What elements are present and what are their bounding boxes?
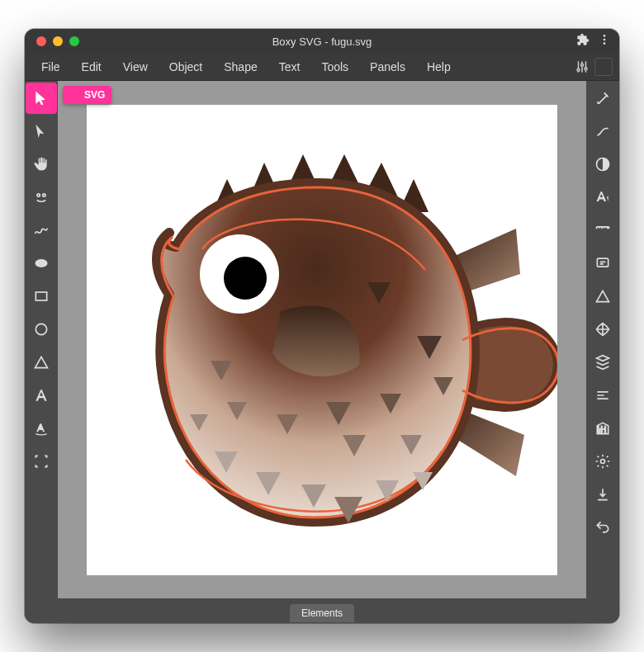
close-window-button[interactable]	[36, 36, 46, 46]
ellipse-tool[interactable]	[26, 314, 57, 345]
svg-rect-6	[36, 292, 46, 300]
svg-point-5	[36, 259, 48, 267]
settings-sliders-icon[interactable]	[571, 56, 593, 78]
export-panel-icon[interactable]	[587, 479, 618, 510]
menu-shape[interactable]: Shape	[214, 56, 267, 78]
library-panel-icon[interactable]	[587, 413, 618, 444]
view-tool[interactable]	[26, 446, 57, 477]
menu-object[interactable]: Object	[159, 56, 212, 78]
svg-point-0	[604, 35, 606, 37]
right-panel-column	[586, 81, 619, 598]
path-panel-icon[interactable]	[587, 281, 618, 312]
blob-tool[interactable]	[26, 248, 57, 279]
svg-rect-14	[604, 426, 607, 434]
extension-icon[interactable]	[576, 33, 590, 50]
compositing-panel-icon[interactable]	[587, 149, 618, 180]
svg-rect-12	[597, 426, 599, 434]
fugu-graphic[interactable]	[87, 105, 557, 575]
generators-panel-icon[interactable]	[587, 446, 618, 477]
menu-file[interactable]: File	[31, 56, 70, 78]
pan-tool[interactable]	[26, 149, 57, 180]
color-swatch[interactable]	[594, 58, 613, 76]
history-panel-icon[interactable]	[587, 512, 618, 543]
shape-face-tool[interactable]	[26, 182, 57, 213]
svg-point-9	[224, 257, 267, 300]
svg-point-15	[601, 460, 605, 464]
svg-point-1	[604, 39, 606, 41]
minimize-window-button[interactable]	[53, 36, 63, 46]
fill-panel-icon[interactable]	[587, 83, 618, 114]
menu-view[interactable]: View	[113, 56, 158, 78]
footer: Elements	[25, 598, 619, 623]
svg-point-7	[36, 324, 46, 334]
left-tool-column	[25, 81, 58, 598]
stroke-panel-icon[interactable]	[587, 116, 618, 147]
text-tool[interactable]	[26, 380, 57, 411]
asterisk-icon	[69, 90, 80, 101]
menu-help[interactable]: Help	[417, 56, 461, 78]
meta-panel-icon[interactable]	[587, 248, 618, 279]
svg-point-2	[604, 42, 606, 45]
align-panel-icon[interactable]	[587, 380, 618, 411]
menu-edit[interactable]: Edit	[72, 56, 111, 78]
objects-panel-icon[interactable]	[587, 347, 618, 378]
svg-point-4	[43, 194, 45, 196]
more-icon[interactable]	[598, 33, 611, 50]
geometry-panel-icon[interactable]	[587, 215, 618, 246]
titlebar: Boxy SVG - fugu.svg	[25, 29, 619, 54]
text-path-tool[interactable]	[26, 413, 57, 444]
triangle-tool[interactable]	[26, 347, 57, 378]
app-body: SVG	[25, 81, 619, 598]
svg-root-badge[interactable]: SVG	[63, 86, 111, 104]
fullscreen-window-button[interactable]	[69, 36, 79, 46]
svg-badge-label: SVG	[84, 89, 105, 101]
artboard[interactable]	[87, 105, 557, 575]
canvas[interactable]	[63, 86, 581, 593]
rectangle-tool[interactable]	[26, 281, 57, 312]
svg-rect-13	[601, 426, 604, 434]
freehand-tool[interactable]	[26, 215, 57, 246]
edit-tool[interactable]	[26, 116, 57, 147]
app-window: Boxy SVG - fugu.svg File Edit View Objec…	[25, 29, 619, 623]
typography-panel-icon[interactable]	[587, 182, 618, 213]
titlebar-right	[576, 33, 611, 50]
menu-panels[interactable]: Panels	[360, 56, 415, 78]
traffic-lights	[25, 36, 79, 46]
select-tool[interactable]	[26, 83, 57, 114]
arrange-panel-icon[interactable]	[587, 314, 618, 345]
window-title: Boxy SVG - fugu.svg	[25, 35, 619, 48]
canvas-area: SVG	[58, 81, 586, 598]
elements-tab[interactable]: Elements	[290, 604, 354, 622]
svg-point-3	[37, 194, 40, 196]
menubar: File Edit View Object Shape Text Tools P…	[25, 54, 619, 81]
menu-text[interactable]: Text	[269, 56, 310, 78]
menu-tools[interactable]: Tools	[311, 56, 358, 78]
